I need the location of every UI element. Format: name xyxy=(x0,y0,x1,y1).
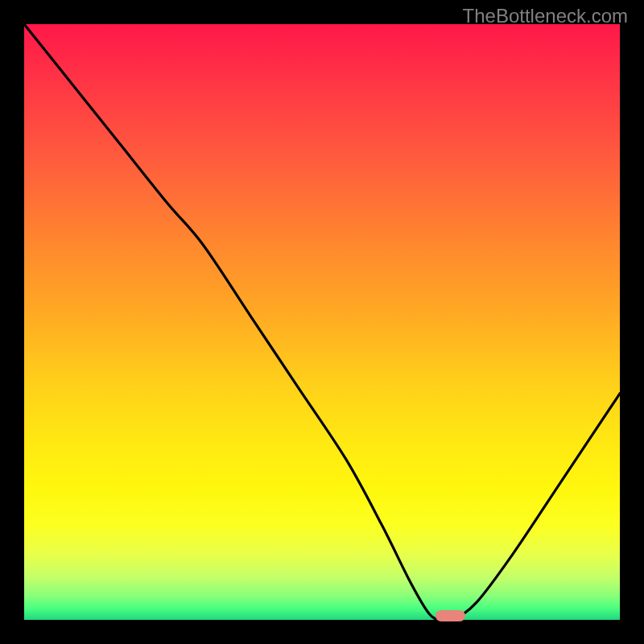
optimal-range-marker xyxy=(436,610,465,621)
bottleneck-curve-path xyxy=(24,24,620,621)
bottleneck-curve-svg xyxy=(24,24,620,620)
watermark-text: TheBottleneck.com xyxy=(463,5,628,27)
chart-container: TheBottleneck.com xyxy=(0,0,644,644)
